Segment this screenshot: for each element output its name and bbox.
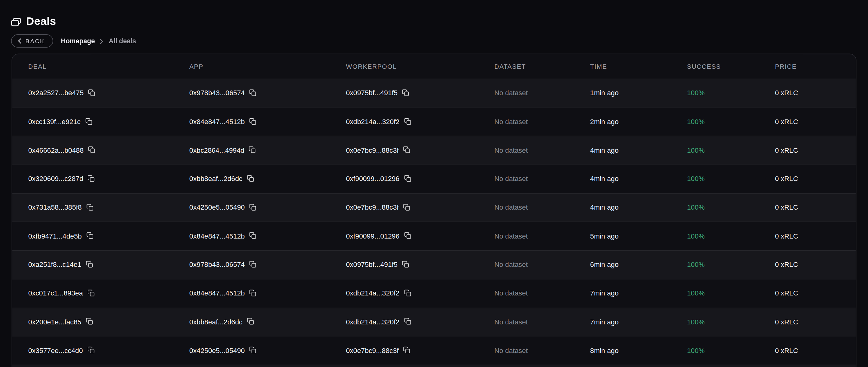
dataset-value: No dataset <box>494 118 528 126</box>
chevron-left-icon <box>18 38 22 44</box>
copy-icon[interactable] <box>249 146 256 153</box>
copy-icon[interactable] <box>87 289 95 297</box>
copy-icon[interactable] <box>404 118 411 125</box>
dataset-value: No dataset <box>494 289 528 297</box>
breadcrumb-current-page: All deals <box>108 37 136 45</box>
table-row[interactable]: 0x731a58...385f8 0x4250e5...05490 0x0e7b… <box>12 193 856 222</box>
workerpool-hash-link[interactable]: 0x0e7bc9...88c3f <box>346 147 399 154</box>
app-hash-link[interactable]: 0xbb8eaf...2d6dc <box>189 175 243 183</box>
deal-hash-link[interactable]: 0x2a2527...be475 <box>28 89 84 97</box>
copy-icon[interactable] <box>404 232 411 239</box>
table-row[interactable]: 0x46662a...b0488 0xbc2864...4994d 0x0e7b… <box>12 136 856 164</box>
workerpool-hash-link[interactable]: 0xdb214a...320f2 <box>346 289 400 297</box>
copy-icon[interactable] <box>249 346 256 354</box>
price-value: 0 xRLC <box>775 89 798 97</box>
copy-icon[interactable] <box>86 261 93 268</box>
breadcrumb-homepage-link[interactable]: Homepage <box>61 37 95 45</box>
price-value: 0 xRLC <box>775 175 798 183</box>
copy-icon[interactable] <box>403 346 410 354</box>
deals-table: DEAL APP WORKERPOOL DATASET TIME SUCCESS… <box>11 54 856 367</box>
copy-icon[interactable] <box>404 289 411 297</box>
table-row[interactable]: 0x200e1e...fac85 0xbb8eaf...2d6dc 0xdb21… <box>12 307 856 336</box>
table-row[interactable]: 0x320609...c287d 0xbb8eaf...2d6dc 0xf900… <box>12 164 856 193</box>
copy-icon[interactable] <box>402 261 409 268</box>
back-button-label: BACK <box>26 38 45 44</box>
table-row[interactable]: 0x2a2527...be475 0x978b43...06574 0x0975… <box>12 79 856 107</box>
deals-icon <box>11 18 21 26</box>
copy-icon[interactable] <box>249 118 256 125</box>
deal-hash-link[interactable]: 0x46662a...b0488 <box>28 147 84 154</box>
time-value: 1min ago <box>590 89 619 97</box>
table-row[interactable]: 0xa251f8...c14e1 0x978b43...06574 0x0975… <box>12 250 856 279</box>
deal-hash-link[interactable]: 0xa251f8...c14e1 <box>28 261 82 269</box>
table-header-row: DEAL APP WORKERPOOL DATASET TIME SUCCESS… <box>12 54 856 79</box>
price-value: 0 xRLC <box>775 289 798 297</box>
app-hash-link[interactable]: 0x84e847...4512b <box>189 118 245 126</box>
breadcrumb: Homepage All deals <box>61 37 136 45</box>
copy-icon[interactable] <box>247 175 254 182</box>
copy-icon[interactable] <box>85 118 92 125</box>
deal-hash-link[interactable]: 0x3577ee...cc4d0 <box>28 347 83 355</box>
copy-icon[interactable] <box>87 346 95 354</box>
copy-icon[interactable] <box>247 318 254 325</box>
copy-icon[interactable] <box>249 204 256 211</box>
table-row[interactable]: 0xcc139f...e921c 0x84e847...4512b 0xdb21… <box>12 107 856 136</box>
dataset-value: No dataset <box>494 204 528 212</box>
price-value: 0 xRLC <box>775 347 798 355</box>
workerpool-hash-link[interactable]: 0x0e7bc9...88c3f <box>346 204 399 212</box>
copy-icon[interactable] <box>88 146 95 153</box>
deal-hash-link[interactable]: 0xcc139f...e921c <box>28 118 81 126</box>
copy-icon[interactable] <box>403 204 410 211</box>
workerpool-hash-link[interactable]: 0xf90099...01296 <box>346 175 400 183</box>
deal-hash-link[interactable]: 0xfb9471...4de5b <box>28 232 82 240</box>
dataset-value: No dataset <box>494 261 528 269</box>
copy-icon[interactable] <box>86 318 93 325</box>
price-value: 0 xRLC <box>775 118 798 126</box>
time-value: 6min ago <box>590 261 619 269</box>
column-header-workerpool: WORKERPOOL <box>346 63 494 70</box>
workerpool-hash-link[interactable]: 0xdb214a...320f2 <box>346 318 400 326</box>
time-value: 7min ago <box>590 318 619 326</box>
workerpool-hash-link[interactable]: 0x0e7bc9...88c3f <box>346 347 399 355</box>
copy-icon[interactable] <box>249 89 256 96</box>
table-row[interactable]: 0x3577ee...cc4d0 0x4250e5...05490 0x0e7b… <box>12 336 856 365</box>
copy-icon[interactable] <box>88 89 95 96</box>
table-row-partial <box>12 365 856 367</box>
deal-hash-link[interactable]: 0x200e1e...fac85 <box>28 318 82 326</box>
app-hash-link[interactable]: 0xbb8eaf...2d6dc <box>189 318 243 326</box>
deal-hash-link[interactable]: 0x731a58...385f8 <box>28 204 82 212</box>
app-hash-link[interactable]: 0xbc2864...4994d <box>189 147 245 154</box>
workerpool-hash-link[interactable]: 0xdb214a...320f2 <box>346 118 400 126</box>
app-hash-link[interactable]: 0x84e847...4512b <box>189 289 245 297</box>
copy-icon[interactable] <box>88 175 95 182</box>
time-value: 7min ago <box>590 289 619 297</box>
workerpool-hash-link[interactable]: 0x0975bf...491f5 <box>346 261 398 269</box>
copy-icon[interactable] <box>403 146 410 153</box>
table-body: 0x2a2527...be475 0x978b43...06574 0x0975… <box>12 79 856 365</box>
table-row[interactable]: 0xfb9471...4de5b 0x84e847...4512b 0xf900… <box>12 222 856 250</box>
app-hash-link[interactable]: 0x4250e5...05490 <box>189 204 245 212</box>
app-hash-link[interactable]: 0x4250e5...05490 <box>189 347 245 355</box>
app-hash-link[interactable]: 0x978b43...06574 <box>189 89 245 97</box>
copy-icon[interactable] <box>86 204 93 211</box>
back-button[interactable]: BACK <box>11 34 53 48</box>
copy-icon[interactable] <box>402 89 409 96</box>
deal-hash-link[interactable]: 0xc017c1...893ea <box>28 289 83 297</box>
copy-icon[interactable] <box>404 318 411 325</box>
price-value: 0 xRLC <box>775 261 798 269</box>
deal-hash-link[interactable]: 0x320609...c287d <box>28 175 83 183</box>
copy-icon[interactable] <box>249 261 256 268</box>
time-value: 2min ago <box>590 118 619 126</box>
app-hash-link[interactable]: 0x978b43...06574 <box>189 261 245 269</box>
column-header-deal: DEAL <box>12 63 189 70</box>
workerpool-hash-link[interactable]: 0xf90099...01296 <box>346 232 400 240</box>
copy-icon[interactable] <box>404 175 411 182</box>
success-value: 100% <box>687 289 705 297</box>
copy-icon[interactable] <box>249 289 256 297</box>
dataset-value: No dataset <box>494 147 528 154</box>
table-row[interactable]: 0xc017c1...893ea 0x84e847...4512b 0xdb21… <box>12 279 856 307</box>
app-hash-link[interactable]: 0x84e847...4512b <box>189 232 245 240</box>
copy-icon[interactable] <box>86 232 93 239</box>
workerpool-hash-link[interactable]: 0x0975bf...491f5 <box>346 89 398 97</box>
copy-icon[interactable] <box>249 232 256 239</box>
